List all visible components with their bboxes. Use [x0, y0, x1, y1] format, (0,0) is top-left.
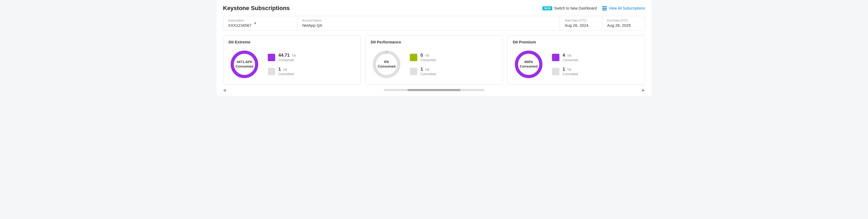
committed-swatch-1	[410, 68, 417, 75]
committed-value-row-1: 1 TiB	[421, 67, 436, 72]
end-date-value: Aug 26, 2025	[607, 23, 640, 28]
legend-consumed-1: 0 TiB Consumed	[410, 53, 436, 62]
service-card-1: DII Performance 0% Consumed 0	[365, 35, 503, 85]
donut-center-0: 4471.42% Consumed	[236, 60, 253, 69]
legend-committed-info-2: 1 TiB Committed	[563, 67, 578, 76]
consumed-value-2: 4	[563, 53, 565, 58]
end-date-label: End Date (UTC)	[607, 19, 640, 22]
account-label: Account Name:	[302, 19, 555, 22]
consumed-value-1: 0	[421, 53, 423, 58]
legend-consumed-info-1: 0 TiB Consumed	[421, 53, 436, 62]
subscription-label: Subscription	[228, 19, 251, 22]
donut-percent-1: 0%	[384, 60, 389, 64]
legend-consumed-info-0: 44.71 TiB Consumed	[278, 53, 296, 62]
committed-label-0: Committed	[278, 72, 294, 76]
legend-consumed-2: 4 TiB Consumed	[552, 53, 578, 62]
legend-consumed-info-2: 4 TiB Consumed	[563, 53, 578, 62]
legend-committed-info-0: 1 TiB Committed	[278, 67, 294, 76]
service-card-title-2: DII Premium	[513, 40, 640, 44]
legend-items-2: 4 TiB Consumed 1 TiB Committed	[552, 53, 578, 76]
cards-row: DII Extreme 4471.42% Consumed 44.71	[223, 35, 645, 85]
donut-consumed-label-0: Consumed	[236, 64, 253, 68]
card-content-2: 400% Consumed 4 TiB Consumed	[513, 48, 640, 80]
committed-label-2: Committed	[563, 72, 578, 76]
legend-committed-0: 1 TiB Committed	[268, 67, 296, 76]
start-date-label: Start Date (UTC)	[565, 19, 597, 22]
consumed-label-2: Consumed	[563, 58, 578, 62]
end-date-field: End Date (UTC) Aug 26, 2025	[602, 16, 645, 30]
donut-percent-0: 4471.42%	[237, 60, 252, 64]
consumed-label-1: Consumed	[421, 58, 436, 62]
scroll-right-button[interactable]: ▶	[642, 88, 645, 92]
legend-committed-info-1: 1 TiB Committed	[421, 67, 436, 76]
view-all-subscriptions-button[interactable]: View All Subscriptions	[602, 6, 645, 10]
committed-value-1: 1	[421, 67, 423, 72]
consumed-label-0: Consumed	[278, 58, 296, 62]
donut-wrap-0: 4471.42% Consumed	[228, 48, 260, 80]
service-card-2: DII Premium 400% Consumed 4	[507, 35, 645, 85]
legend-committed-2: 1 TiB Committed	[552, 67, 578, 76]
donut-center-2: 400% Consumed	[520, 60, 537, 69]
donut-center-1: 0% Consumed	[377, 60, 395, 69]
consumed-swatch-2	[552, 54, 559, 61]
header-actions: New Switch to New Dashboard View All Sub…	[542, 6, 645, 10]
committed-unit-2: TiB	[567, 68, 571, 71]
consumed-unit-1: TiB	[425, 54, 429, 57]
scrollbar-track[interactable]	[384, 89, 484, 91]
service-card-0: DII Extreme 4471.42% Consumed 44.71	[223, 35, 361, 85]
committed-value-row-2: 1 TiB	[563, 67, 578, 72]
scroll-row: ◀ ▶	[223, 87, 645, 93]
donut-percent-2: 400%	[524, 60, 533, 64]
subscription-field[interactable]: Subscription XXX1234567 ▼	[223, 16, 298, 30]
new-dashboard-button[interactable]: New Switch to New Dashboard	[542, 6, 597, 10]
start-date-field: Start Date (UTC) Aug 26, 2024	[560, 16, 602, 30]
legend-consumed-0: 44.71 TiB Consumed	[268, 53, 296, 62]
card-content-1: 0% Consumed 0 TiB Consumed	[371, 48, 497, 80]
legend-items-1: 0 TiB Consumed 1 TiB Committed	[410, 53, 436, 76]
consumed-swatch-1	[410, 54, 417, 61]
scroll-left-button[interactable]: ◀	[223, 88, 226, 92]
consumed-value-row-1: 0 TiB	[421, 53, 436, 58]
committed-value-0: 1	[278, 67, 281, 72]
new-badge: New	[542, 6, 552, 10]
new-dashboard-label: Switch to New Dashboard	[554, 6, 597, 10]
page-header: Keystone Subscriptions New Switch to New…	[223, 5, 645, 12]
account-field: Account Name: NetApp QA	[298, 16, 560, 30]
donut-consumed-label-1: Consumed	[377, 64, 395, 68]
subscription-value: XXX1234567	[228, 23, 251, 28]
committed-value-2: 1	[563, 67, 565, 72]
consumed-value-row-2: 4 TiB	[563, 53, 578, 58]
legend-committed-1: 1 TiB Committed	[410, 67, 436, 76]
committed-swatch-0	[268, 68, 275, 75]
service-card-title-1: DII Performance	[371, 40, 497, 44]
service-card-title-0: DII Extreme	[228, 40, 355, 44]
subscription-dropdown-arrow[interactable]: ▼	[253, 22, 257, 25]
committed-label-1: Committed	[421, 72, 436, 76]
consumed-unit-2: TiB	[567, 54, 571, 57]
donut-wrap-2: 400% Consumed	[513, 48, 545, 80]
account-value: NetApp QA	[302, 23, 555, 28]
consumed-swatch-0	[268, 54, 275, 61]
card-content-0: 4471.42% Consumed 44.71 TiB Consumed	[228, 48, 355, 80]
donut-wrap-1: 0% Consumed	[371, 48, 402, 80]
donut-consumed-label-2: Consumed	[520, 64, 537, 68]
committed-swatch-2	[552, 68, 559, 75]
view-all-label: View All Subscriptions	[609, 6, 645, 10]
start-date-value: Aug 26, 2024	[565, 23, 597, 28]
consumed-unit-0: TiB	[291, 54, 296, 57]
consumed-value-row-0: 44.71 TiB	[278, 53, 296, 58]
scrollbar-thumb[interactable]	[407, 89, 461, 91]
legend-items-0: 44.71 TiB Consumed 1 TiB Committed	[268, 53, 296, 76]
committed-unit-0: TiB	[283, 68, 287, 71]
subscription-bar: Subscription XXX1234567 ▼ Account Name: …	[223, 16, 645, 31]
page-title: Keystone Subscriptions	[223, 5, 290, 12]
committed-unit-1: TiB	[425, 68, 429, 71]
list-icon	[602, 6, 607, 10]
consumed-value-0: 44.71	[278, 53, 290, 58]
committed-value-row-0: 1 TiB	[278, 67, 294, 72]
